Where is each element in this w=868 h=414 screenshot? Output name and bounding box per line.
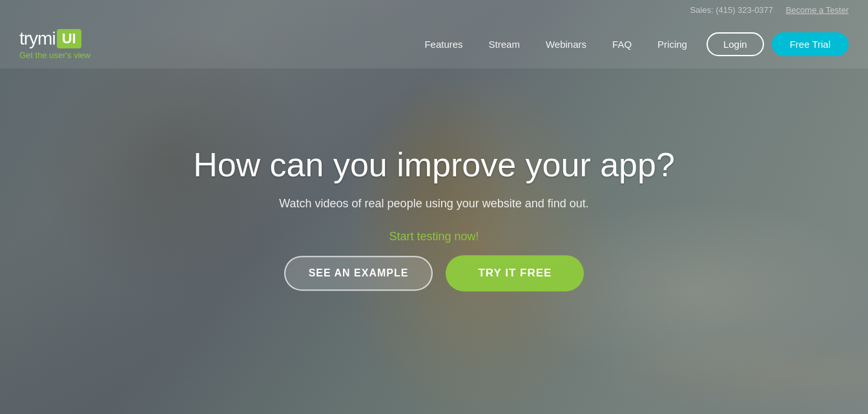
logo-ui-box: UI <box>57 29 81 48</box>
logo-area[interactable]: trymi UI Get the user's view <box>19 28 90 60</box>
sales-phone: Sales: (415) 323-0377 <box>690 5 773 15</box>
nav-links: Features Stream Webinars FAQ Pricing <box>424 39 687 50</box>
hero-heading: How can you improve your app? <box>176 146 692 185</box>
separator: · <box>778 5 781 15</box>
nav-webinars[interactable]: Webinars <box>546 39 586 50</box>
logo: trymi UI <box>19 28 90 49</box>
nav-faq[interactable]: FAQ <box>612 39 632 50</box>
try-it-free-button[interactable]: TRY IT FREE <box>446 255 584 291</box>
see-example-button[interactable]: SEE AN EXAMPLE <box>284 256 433 291</box>
login-button[interactable]: Login <box>707 32 764 56</box>
hero-buttons: SEE AN EXAMPLE TRY IT FREE <box>176 255 692 291</box>
nav-buttons: Login Free Trial <box>707 32 849 56</box>
nav-pricing[interactable]: Pricing <box>657 39 687 50</box>
hero-content: How can you improve your app? Watch vide… <box>176 146 692 292</box>
navbar: trymi UI Get the user's view Features St… <box>0 20 868 68</box>
nav-features[interactable]: Features <box>424 39 462 50</box>
hero-subheading: Watch videos of real people using your w… <box>176 197 692 211</box>
become-tester-link[interactable]: Become a Tester <box>786 5 849 15</box>
logo-tagline: Get the user's view <box>19 50 90 60</box>
hero-cta-label: Start testing now! <box>176 230 692 243</box>
top-bar: Sales: (415) 323-0377 · Become a Tester <box>0 0 868 20</box>
nav-stream[interactable]: Stream <box>489 39 520 50</box>
free-trial-button[interactable]: Free Trial <box>772 32 849 56</box>
logo-trymi: trymi <box>19 28 56 49</box>
